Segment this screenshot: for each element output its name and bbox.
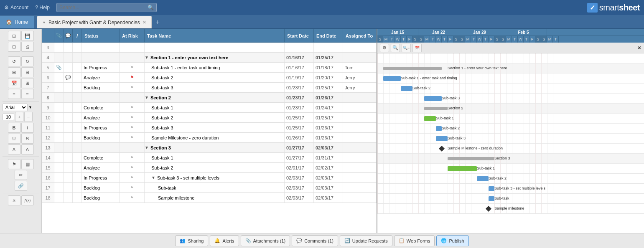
table-row[interactable]: 10 Analyze ⚑ Sub-task 2 01/25/17 01/25/1… [42,113,377,123]
attachments-button[interactable]: 📎 Attachments (1) [241,235,290,246]
table-row[interactable]: 11 In Progress ⚑ Sub-task 3 01/25/17 01/… [42,123,377,133]
table-row[interactable]: 3 [42,43,377,53]
table-row[interactable]: 13 ▼ Section 3 01/27/17 02/03/17 [42,143,377,153]
align-left-btn[interactable]: ≡ [8,89,20,99]
strikethrough-btn[interactable]: S [21,134,34,144]
tab-add-button[interactable]: + [152,16,164,28]
gantt-btn[interactable]: ⊞ [21,78,34,88]
cell-rownum: 7 [42,83,54,92]
cell-discuss [64,113,73,122]
gantt-zoom-in-btn[interactable]: 🔍 [391,44,400,52]
col-header-taskname[interactable]: Task Name [145,29,285,42]
calendar-btn[interactable]: 📅 [8,78,20,88]
table-row[interactable]: 16 In Progress ⚑ ▼ Sub-task 3 - set mult… [42,173,377,183]
gantt-bar [383,76,401,81]
font-size-up-btn[interactable]: + [15,112,23,122]
gantt-day-cell: S [541,36,547,43]
tab-sheet[interactable]: ▼ Basic Project with Gantt & Dependencie… [37,16,152,28]
table-row[interactable]: 18 Backlog ⚑ Sample milestone 02/03/17 0… [42,193,377,203]
alerts-button[interactable]: 🔔 Alerts [210,235,239,246]
link-btn[interactable]: 🔗 [15,181,27,191]
format-btn[interactable]: ▤ [21,159,34,169]
toolbar-row-view: ⊞ 💾 [1,31,41,41]
account-menu[interactable]: ⚙ Account [4,5,28,10]
gantt-day-cell: T [442,36,448,43]
gantt-zoom-out-btn[interactable]: 🔍− [402,44,411,52]
col-header-assigned[interactable]: Assigned To [343,29,377,42]
align-right-btn[interactable]: ≡ [21,89,34,99]
comments-button[interactable]: 💬 Comments (1) [292,235,338,246]
col-header-enddate[interactable]: End Date [314,29,343,42]
gantt-row: Sample Milestone - zero duration [377,144,644,154]
grid-view-btn[interactable]: ⊞ [8,31,20,41]
formula-btn[interactable]: ƒ(x) [21,195,34,205]
cell-discuss [64,173,73,182]
print-btn[interactable]: 🖨 [21,42,34,52]
tab-close-icon[interactable]: ✕ [143,20,146,25]
col-header-atrisk[interactable]: At Risk [120,29,145,42]
table-row[interactable]: 8 ▼ Section 2 01/23/17 01/26/17 [42,93,377,103]
font-size-input[interactable] [3,114,14,120]
table-row[interactable]: 5 📎 In Progress ⚑ Sub-task 1 - enter tas… [42,63,377,73]
info-icon: i [76,33,78,38]
table-row[interactable]: 4 ▼ Section 1 - enter your own text here… [42,53,377,63]
bold-btn[interactable]: B [8,123,20,133]
table-row[interactable]: 14 Complete ⚑ Sub-task 1 01/27/17 01/31/… [42,153,377,163]
gantt-close-btn[interactable]: ✕ [637,45,641,51]
tab-home[interactable]: 🏠 Home [0,16,34,28]
font-family-select[interactable]: Arial [3,104,28,111]
sharing-button[interactable]: 👥 Sharing [175,235,208,246]
cell-discuss [64,83,73,92]
cell-discuss [64,163,73,172]
highlight-btn[interactable]: A [21,144,34,154]
cell-status: Analyze [82,163,120,172]
table-row[interactable]: 7 Backlog ⚑ Sub-task 3 01/23/17 01/25/17… [42,83,377,93]
card-view-btn[interactable]: ⊟ [8,42,20,52]
cell-assigned: Jerry [343,83,377,92]
gantt-day-cell: M [506,36,512,43]
publish-button[interactable]: 🌐 Publish [436,235,468,246]
toolbar-row-formula: $ ƒ(x) [1,195,41,205]
italic-btn[interactable]: I [21,123,34,133]
currency-btn[interactable]: $ [8,195,20,205]
underline-btn[interactable]: U [8,134,20,144]
table-row[interactable]: 12 Backlog ⚑ Sample Milestone - zero dur… [42,133,377,143]
cell-rownum: 18 [42,193,54,202]
gantt-settings-btn[interactable]: ⚙ [380,44,389,52]
save-btn[interactable]: 💾 [21,31,34,41]
pencil-btn[interactable]: ✏ [15,170,27,180]
cell-atrisk [120,93,145,102]
help-menu[interactable]: ? Help [35,5,50,10]
table-row[interactable]: 6 💬 Analyze ⚑ Sub-task 2 01/19/17 01/20/… [42,73,377,83]
table-row[interactable]: 9 Complete ⚑ Sub-task 1 01/23/17 01/24/1… [42,103,377,113]
cell-startdate: 01/16/17 [285,53,314,62]
col-header-status[interactable]: Status [82,29,120,42]
cell-startdate: 01/26/17 [285,133,314,142]
gantt-day-cell: T [512,36,518,43]
col-header-startdate[interactable]: Start Date [285,29,314,42]
gantt-day-cell: T [471,36,477,43]
undo-btn[interactable]: ↺ [8,56,20,66]
search-input[interactable] [59,5,148,10]
cell-rownum: 4 [42,53,54,62]
cell-info [73,153,82,162]
flag-btn[interactable]: ⚑ [8,159,20,169]
table-row[interactable]: 17 Backlog ⚑ Sub-task 02/03/17 02/03/17 [42,183,377,193]
font-selector-row: Arial ▼ [1,104,41,111]
text-color-btn[interactable]: A [8,144,20,154]
web-forms-button[interactable]: 📋 Web Forms [394,235,435,246]
gantt-day-cell: M [424,36,430,43]
table-row[interactable]: 15 Analyze ⚑ Sub-task 2 02/01/17 02/02/1… [42,163,377,173]
cell-enddate: 02/03/17 [314,173,343,182]
table-btn[interactable]: ⊞ [8,67,20,77]
widget-btn[interactable]: ⊟ [21,67,34,77]
cell-startdate: 01/27/17 [285,143,314,152]
font-size-down-btn[interactable]: − [24,112,33,122]
update-requests-label: Update Requests [352,238,388,243]
gantt-today-btn[interactable]: 📅 [412,44,422,52]
gantt-bar-label: Sub-task 2 [489,176,507,180]
gantt-day-cell: S [453,36,459,43]
redo-btn[interactable]: ↻ [21,56,34,66]
update-requests-button[interactable]: 🔄 Update Requests [340,235,392,246]
tab-home-label: Home [15,19,28,25]
